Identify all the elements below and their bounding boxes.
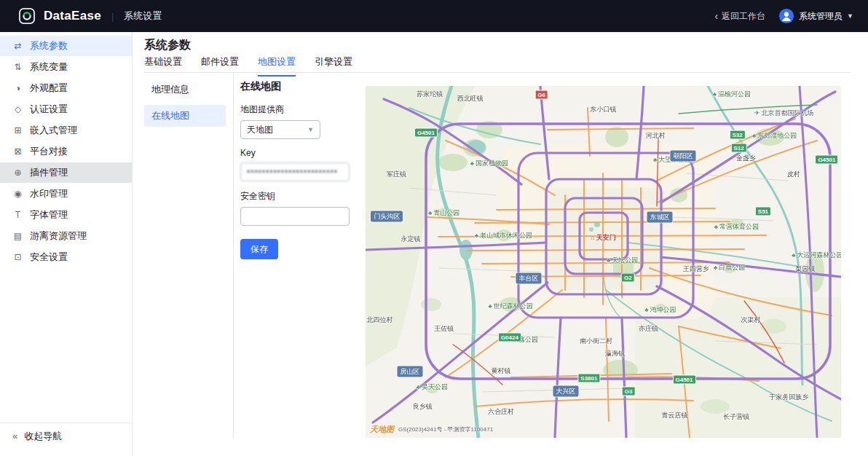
sidebar-item-7[interactable]: ⊕插件管理: [0, 162, 132, 183]
map-label: 亦庄镇: [639, 324, 658, 334]
tabs: 基础设置邮件设置地图设置引擎设置: [144, 55, 352, 76]
collapse-nav-button[interactable]: « 收起导航: [0, 422, 132, 449]
font-icon: T: [12, 210, 23, 220]
map-label: 天安门: [591, 232, 615, 242]
subnav-item-1[interactable]: 地理信息: [144, 79, 226, 101]
key-input[interactable]: [240, 162, 350, 181]
map-label: 瀛海镇: [605, 349, 625, 358]
map-label: 常营体育公园: [714, 222, 759, 232]
map-settings-subnav: 地理信息在线地图: [144, 79, 226, 131]
road-badge: G4501: [672, 374, 695, 384]
road-badge: G4501: [815, 155, 838, 165]
tianditu-logo: 天地图: [370, 424, 394, 435]
save-button[interactable]: 保存: [240, 239, 278, 259]
map-license-text: GS(2023)4241号 - 甲测资字1100471: [398, 425, 493, 433]
map-label: 王佐镇: [434, 324, 454, 334]
sidebar-item-6[interactable]: ⊠平台对接: [0, 141, 132, 162]
tab-4[interactable]: 引擎设置: [315, 55, 352, 76]
district-badge: 门头沟区: [371, 211, 403, 221]
map-label: 天坛公园: [607, 256, 638, 265]
watermark-icon: ◉: [12, 189, 23, 199]
sidebar-item-2[interactable]: ⇅系统变量: [0, 57, 132, 77]
sidebar: ⇄系统参数⇅系统变量◑外观配置◇认证设置⊞嵌入式管理⊠平台对接⊕插件管理◉水印管…: [0, 32, 133, 456]
online-map-form: 在线地图 地图提供商 天地图 ▼ Key 安全密钥 保存: [240, 80, 360, 259]
platform-icon: ⊠: [12, 146, 23, 157]
sidebar-item-label: 认证设置: [30, 103, 68, 116]
district-badge: 大兴区: [553, 385, 578, 396]
road-badge: S12: [730, 144, 746, 153]
sidebar-item-label: 插件管理: [30, 166, 68, 179]
subnav-divider: [233, 73, 234, 439]
user-menu[interactable]: 系统管理员 ▼: [778, 8, 853, 24]
road-badge: G2: [621, 273, 635, 283]
map-provider-select[interactable]: 天地图 ▼: [240, 120, 320, 139]
map-label: 次渠村: [741, 315, 760, 325]
key-label: Key: [240, 148, 360, 158]
map-label: 白鹿公园: [714, 262, 745, 272]
map-label: 北京首都国际机场: [754, 108, 814, 117]
map-label: 温榆河公园: [713, 89, 751, 98]
sidebar-item-5[interactable]: ⊞嵌入式管理: [0, 120, 132, 141]
sidebar-item-label: 平台对接: [30, 145, 68, 158]
form-heading: 在线地图: [240, 80, 360, 93]
sidebar-item-11[interactable]: ⊡安全设置: [0, 247, 132, 267]
road-badge: S3801: [577, 373, 600, 382]
map-label: 六合庄村: [488, 406, 514, 416]
provider-selected-value: 天地图: [247, 124, 273, 136]
map-label: 南小街二村: [580, 337, 612, 346]
sidebar-item-10[interactable]: ▤游离资源管理: [0, 226, 132, 246]
secret-key-label: 安全密钥: [240, 190, 360, 203]
sidebar-item-1[interactable]: ⇄系统参数: [0, 36, 132, 56]
map-label: 王四营乡: [683, 264, 709, 274]
provider-label: 地图提供商: [240, 103, 360, 116]
tab-3[interactable]: 地图设置: [258, 55, 296, 76]
tab-1[interactable]: 基础设置: [144, 55, 182, 76]
road-badge: G6: [534, 90, 548, 100]
road-badge: S51: [755, 206, 771, 216]
avatar: [778, 8, 794, 24]
embed-icon: ⊞: [12, 125, 23, 135]
map-label: 青山公园: [428, 208, 459, 217]
dataease-logo-icon: [19, 8, 35, 24]
district-badge: 房山区: [397, 366, 422, 377]
sliders-icon: ⇄: [12, 41, 23, 51]
sidebar-item-9[interactable]: T字体管理: [0, 205, 132, 225]
sidebar-item-label: 游离资源管理: [30, 229, 87, 243]
page-title: 系统参数: [144, 38, 191, 53]
sidebar-item-4[interactable]: ◇认证设置: [0, 99, 132, 119]
map-label: 国家植物园: [470, 159, 508, 168]
road-badge: G0424: [498, 332, 521, 342]
topbar-nav-title: 系统设置: [124, 9, 162, 23]
map-label: 西北旺镇: [457, 94, 484, 103]
user-name: 系统管理员: [799, 10, 843, 23]
sidebar-item-label: 系统变量: [30, 60, 68, 74]
sidebar-item-8[interactable]: ◉水印管理: [0, 184, 132, 204]
back-to-workspace-link[interactable]: ‹ 返回工作台: [714, 10, 765, 23]
brand-name: DataEase: [44, 9, 101, 23]
resource-icon: ▤: [12, 231, 23, 241]
map-label: 东小口镇: [591, 104, 617, 114]
map-canvas[interactable]: 苏家坨镇西北旺镇东小口镇温榆河公园北京首都国际机场金盏乡东郊湿地公园大望京公园河…: [366, 86, 841, 438]
sidebar-item-label: 字体管理: [30, 208, 68, 221]
topbar-left: DataEase | 系统设置: [19, 8, 162, 24]
topbar-divider: |: [111, 11, 114, 22]
map-label: 军庄镇: [387, 169, 406, 178]
topbar: DataEase | 系统设置 ‹ 返回工作台 系统管理员 ▼: [0, 0, 868, 32]
secret-key-input[interactable]: [240, 207, 350, 226]
map-attribution: 天地图 GS(2023)4241号 - 甲测资字1100471: [370, 424, 493, 435]
variables-icon: ⇅: [12, 62, 23, 72]
collapse-icon: «: [12, 431, 17, 441]
collapse-label: 收起导航: [24, 430, 62, 443]
map-label: 长子营镇: [723, 412, 749, 422]
map-label: 昊天公园: [417, 382, 448, 391]
map-label: 老山城市休闲公园: [475, 231, 532, 240]
map-label: 良乡镇: [413, 401, 433, 411]
sidebar-item-3[interactable]: ◑外观配置: [0, 78, 132, 98]
plugin-icon: ⊕: [12, 168, 23, 178]
district-badge: 东城区: [647, 212, 673, 223]
sidebar-item-label: 水印管理: [30, 187, 68, 200]
road-badge: G3: [622, 387, 636, 396]
road-badge: G4501: [414, 128, 438, 138]
security-icon: ⊡: [12, 252, 23, 262]
subnav-item-2[interactable]: 在线地图: [144, 105, 226, 127]
